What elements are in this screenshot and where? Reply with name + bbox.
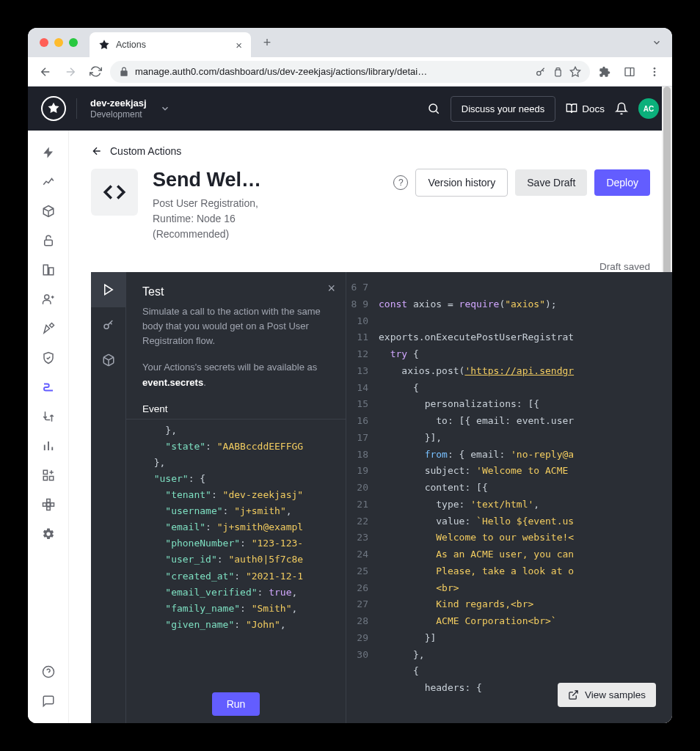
browser-tab[interactable]: Actions × [90, 32, 251, 57]
search-icon[interactable] [427, 102, 440, 115]
chrome-overflow-icon[interactable] [652, 37, 662, 48]
svg-rect-7 [43, 265, 48, 275]
nav-settings[interactable] [35, 521, 62, 547]
help-icon[interactable] [35, 659, 62, 685]
url-text: manage.auth0.com/dashboard/us/dev-zeekja… [135, 66, 529, 77]
panel-icon[interactable] [619, 62, 640, 82]
version-history-button[interactable]: Version history [415, 169, 508, 197]
nav-applications[interactable] [35, 198, 62, 224]
browser-chrome: Actions × + manage.auth0.com/dashboard/u… [28, 28, 672, 87]
nav-organizations[interactable] [35, 257, 62, 283]
discuss-needs-button[interactable]: Discuss your needs [451, 96, 555, 122]
svg-rect-10 [43, 470, 47, 474]
svg-point-4 [654, 74, 656, 76]
lock-icon [119, 67, 129, 77]
svg-point-2 [654, 67, 656, 70]
deploy-button[interactable]: Deploy [594, 169, 650, 196]
share-icon[interactable] [553, 66, 564, 77]
test-panel-title: Test [142, 285, 164, 298]
nav-user-management[interactable] [35, 286, 62, 312]
extensions-icon[interactable] [594, 62, 615, 82]
svg-rect-6 [44, 240, 52, 246]
page-title: Send Wel… [153, 169, 277, 191]
window-controls [37, 38, 84, 47]
bookmark-star-icon[interactable] [569, 66, 581, 78]
auth0-logo-icon[interactable] [41, 96, 66, 121]
svg-rect-17 [46, 503, 50, 507]
close-tab-icon[interactable]: × [236, 39, 242, 51]
save-status: Draft saved [69, 261, 672, 272]
svg-point-19 [104, 324, 109, 329]
svg-rect-16 [46, 507, 50, 510]
arrow-left-icon [91, 145, 103, 157]
minimize-window[interactable] [54, 38, 63, 47]
nav-branding[interactable] [35, 315, 62, 342]
main-sidebar [28, 131, 69, 723]
nav-marketplace[interactable] [35, 462, 62, 488]
docs-link[interactable]: Docs [566, 103, 605, 114]
tenant-switcher[interactable]: dev-zeekjasj Development [90, 98, 147, 120]
reload-button[interactable] [85, 62, 106, 82]
nav-security[interactable] [35, 345, 62, 371]
nav-auth-pipeline[interactable] [35, 403, 62, 430]
breadcrumb-back[interactable]: Custom Actions [91, 145, 650, 157]
view-samples-button[interactable]: View samples [558, 683, 656, 707]
test-description-1: Simulate a call to the action with the s… [126, 300, 346, 356]
app-header: dev-zeekjasj Development Discuss your ne… [28, 87, 672, 131]
rail-test-icon[interactable] [91, 272, 126, 307]
svg-point-0 [537, 71, 541, 75]
page-subtitle: Post User Registration, Runtime: Node 16… [153, 196, 277, 242]
nav-getting-started[interactable] [35, 139, 62, 166]
back-button[interactable] [35, 62, 56, 82]
svg-rect-12 [43, 477, 47, 480]
book-icon [566, 103, 577, 114]
tenant-name: dev-zeekjasj [90, 98, 147, 109]
svg-rect-15 [51, 503, 54, 507]
editor-tool-rail [91, 272, 126, 723]
chevron-down-icon[interactable] [160, 103, 170, 114]
svg-point-3 [654, 70, 656, 73]
event-tab[interactable]: Event [126, 398, 346, 420]
run-button[interactable]: Run [212, 692, 260, 716]
key-icon[interactable] [535, 66, 547, 78]
new-tab-button[interactable]: + [257, 32, 277, 53]
nav-activity[interactable] [35, 169, 62, 195]
nav-authentication[interactable] [35, 227, 62, 254]
svg-rect-14 [43, 503, 46, 507]
nav-monitoring[interactable] [35, 433, 62, 459]
external-link-icon [568, 689, 579, 700]
context-help-icon[interactable]: ? [393, 175, 408, 190]
close-panel-icon[interactable]: × [327, 281, 335, 296]
code-content[interactable]: const axios = require("axios"); exports.… [374, 272, 672, 723]
svg-rect-8 [48, 268, 53, 275]
maximize-window[interactable] [69, 38, 78, 47]
forward-button[interactable] [60, 62, 81, 82]
svg-point-5 [429, 104, 437, 112]
user-avatar[interactable]: AC [638, 98, 659, 119]
auth0-favicon-icon [98, 39, 110, 51]
nav-extensions[interactable] [35, 491, 62, 518]
svg-rect-13 [46, 499, 50, 503]
tab-title: Actions [116, 40, 146, 50]
test-panel: × Test Simulate a call to the action wit… [126, 272, 346, 723]
event-json-viewer[interactable]: }, "state": "AABBccddEEFFGG }, "user": {… [126, 420, 346, 685]
test-description-2: Your Actions's secrets will be available… [126, 356, 346, 397]
code-icon [91, 169, 138, 216]
rail-dependencies-icon[interactable] [91, 342, 126, 378]
line-gutter: 6 7 8 9 10 11 12 13 14 15 16 17 18 19 20… [346, 272, 374, 723]
notifications-icon[interactable] [615, 102, 628, 115]
tenant-environment: Development [90, 109, 147, 120]
chrome-menu-icon[interactable] [644, 62, 665, 82]
svg-rect-11 [49, 477, 53, 480]
save-draft-button[interactable]: Save Draft [515, 169, 587, 196]
close-window[interactable] [40, 38, 48, 47]
svg-point-9 [44, 295, 48, 299]
rail-secrets-icon[interactable] [91, 307, 126, 342]
code-editor[interactable]: 6 7 8 9 10 11 12 13 14 15 16 17 18 19 20… [346, 272, 672, 723]
nav-actions[interactable] [35, 374, 62, 400]
svg-rect-1 [625, 67, 634, 76]
feedback-icon[interactable] [35, 688, 62, 714]
address-bar[interactable]: manage.auth0.com/dashboard/us/dev-zeekja… [110, 61, 590, 83]
